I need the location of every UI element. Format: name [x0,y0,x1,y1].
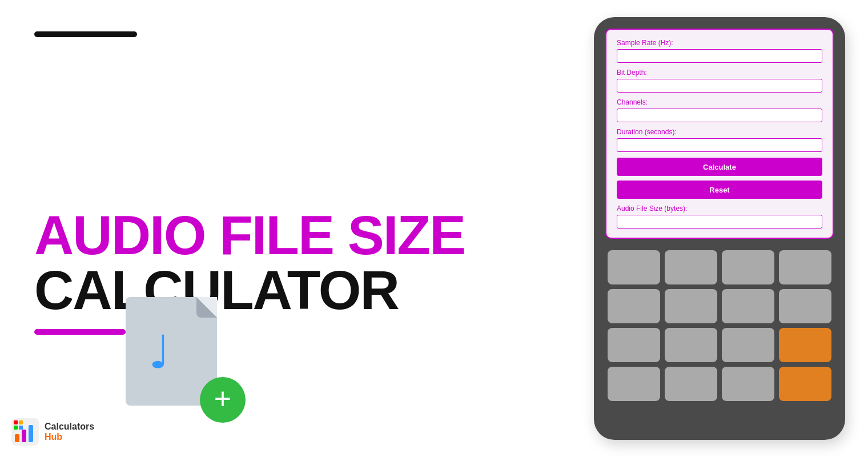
channels-label: Channels: [617,98,822,106]
duration-input[interactable] [617,138,822,152]
title-line1: AUDIO FILE SIZE [34,208,548,263]
sample-rate-label: Sample Rate (Hz): [617,39,822,47]
file-icon: ♩ + [126,297,228,411]
svg-rect-2 [22,430,26,442]
svg-rect-5 [19,420,23,424]
logo-icon [11,418,39,446]
calc-key-7[interactable] [722,289,774,323]
svg-rect-1 [15,434,19,442]
calculate-button[interactable]: Calculate [617,158,822,176]
calc-key-11[interactable] [722,328,774,362]
calc-key-13[interactable] [665,367,717,401]
calc-key-4[interactable] [779,250,831,284]
logo-text: Calculators Hub [45,422,94,442]
svg-rect-3 [29,425,33,442]
calc-key-10[interactable] [665,328,717,362]
audio-file-icon-area: ♩ + [126,297,228,411]
bit-depth-input[interactable] [617,79,822,93]
svg-rect-6 [14,426,18,430]
bit-depth-label: Bit Depth: [617,69,822,77]
svg-rect-7 [19,426,23,430]
mid-decorative-bar [34,329,126,335]
reset-button[interactable]: Reset [617,181,822,199]
duration-label: Duration (seconds): [617,128,822,136]
logo-name-hub: Hub [45,432,94,442]
calc-key-6[interactable] [665,289,717,323]
calc-key-9[interactable] [608,328,660,362]
logo-name-calculators: Calculators [45,422,94,432]
calc-key-enter[interactable] [779,328,831,362]
result-input[interactable] [617,215,822,228]
plus-sign-icon: + [214,384,231,414]
plus-circle-icon: + [200,377,246,423]
title-line2: CALCULATOR [34,263,548,318]
svg-rect-4 [14,420,18,424]
left-section: AUDIO FILE SIZE CALCULATOR [34,0,548,457]
music-note-icon: ♩ [148,326,170,379]
calc-key-3[interactable] [722,250,774,284]
calc-key-2[interactable] [665,250,717,284]
sample-rate-input[interactable] [617,49,822,63]
logo: Calculators Hub [11,418,94,446]
calc-screen: Sample Rate (Hz): Bit Depth: Channels: D… [605,29,834,239]
calculator-keypad [605,250,834,401]
file-corner [196,297,217,318]
result-label: Audio File Size (bytes): [617,205,822,213]
calc-key-14[interactable] [722,367,774,401]
top-decorative-bar [34,31,137,37]
calc-key-enter-2[interactable] [779,367,831,401]
calc-key-8[interactable] [779,289,831,323]
calc-key-1[interactable] [608,250,660,284]
channels-input[interactable] [617,109,822,122]
calculator-device: Sample Rate (Hz): Bit Depth: Channels: D… [594,17,845,440]
calc-key-12[interactable] [608,367,660,401]
calc-key-5[interactable] [608,289,660,323]
